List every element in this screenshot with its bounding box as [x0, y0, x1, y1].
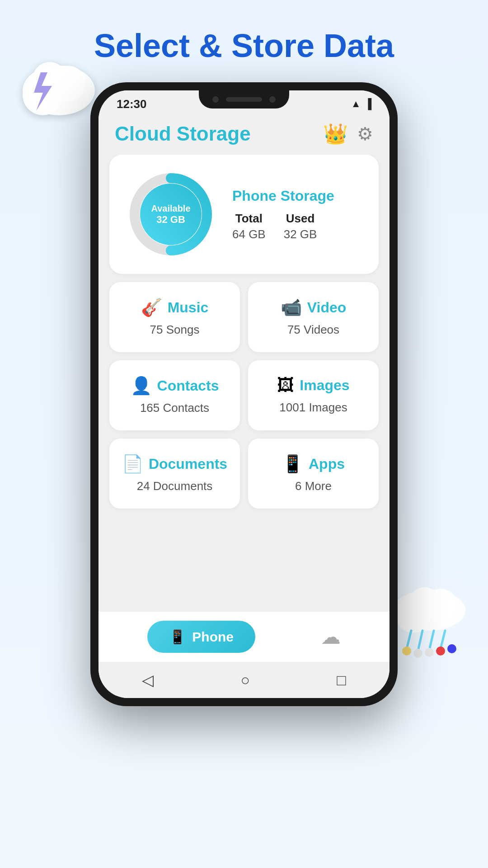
svg-point-8: [408, 587, 441, 620]
video-card[interactable]: 📹 Video 75 Videos: [248, 282, 379, 352]
wifi-icon: ▐: [364, 98, 371, 110]
nav-bar: ◁ ○ □: [99, 662, 389, 698]
contacts-title: Contacts: [157, 377, 219, 394]
apps-card[interactable]: 📱 Apps 6 More: [248, 439, 379, 509]
contacts-card-header: 👤 Contacts: [131, 376, 219, 396]
images-title: Images: [300, 377, 349, 394]
svg-line-12: [441, 631, 445, 649]
documents-card[interactable]: 📄 Documents 24 Documents: [109, 439, 240, 509]
phone-frame: 12:30 ▲ ▐ Cloud Storage 👑 ⚙: [90, 82, 398, 706]
donut-center-text: Available 32 GB: [151, 203, 190, 226]
apps-title: Apps: [309, 456, 345, 472]
apps-subtitle: 6 More: [295, 479, 332, 493]
contacts-subtitle: 165 Contacts: [140, 401, 209, 415]
svg-point-14: [413, 649, 422, 658]
images-card[interactable]: 🖼 Images 1001 Images: [248, 360, 379, 430]
cards-grid-row3: 📄 Documents 24 Documents 📱 Apps 6 More: [109, 439, 379, 509]
app-header: Cloud Storage 👑 ⚙: [99, 118, 389, 155]
total-label: Total: [235, 212, 263, 226]
phone-screen: 12:30 ▲ ▐ Cloud Storage 👑 ⚙: [99, 90, 389, 698]
images-card-header: 🖼 Images: [277, 376, 349, 395]
apps-card-header: 📱 Apps: [282, 454, 345, 474]
crown-icon[interactable]: 👑: [323, 122, 348, 146]
total-value: 64 GB: [232, 227, 266, 241]
documents-card-header: 📄 Documents: [122, 454, 227, 474]
header-icons: 👑 ⚙: [323, 122, 373, 146]
music-card-header: 🎸 Music: [141, 297, 209, 317]
cards-grid-row2: 👤 Contacts 165 Contacts 🖼 Images 1001 Im…: [109, 360, 379, 430]
storage-card: Available 32 GB Phone Storage Total 64 G…: [109, 155, 379, 274]
svg-line-10: [418, 631, 422, 651]
cloud-tab-icon[interactable]: ☁: [321, 625, 341, 648]
svg-point-17: [447, 644, 456, 653]
music-title: Music: [168, 299, 209, 316]
used-value: 32 GB: [284, 227, 317, 241]
donut-chart: Available 32 GB: [126, 169, 216, 259]
svg-line-11: [429, 631, 434, 650]
settings-icon[interactable]: ⚙: [357, 123, 373, 144]
page-title: Select & Store Data: [94, 27, 394, 64]
contacts-card[interactable]: 👤 Contacts 165 Contacts: [109, 360, 240, 430]
status-icons: ▲ ▐: [351, 98, 371, 110]
apps-icon: 📱: [282, 454, 303, 474]
music-card[interactable]: 🎸 Music 75 Songs: [109, 282, 240, 352]
notch: [199, 90, 289, 108]
used-label: Used: [286, 212, 315, 226]
decorative-top-left: [9, 45, 99, 136]
music-icon: 🎸: [141, 297, 162, 317]
music-subtitle: 75 Songs: [150, 323, 200, 337]
status-bar: 12:30 ▲ ▐: [99, 90, 389, 118]
app-title: Cloud Storage: [115, 123, 251, 145]
home-nav-icon[interactable]: ○: [240, 671, 250, 689]
phone-tab-icon: 📱: [169, 629, 186, 645]
used-stat: Used 32 GB: [284, 212, 317, 241]
signal-icon: ▲: [351, 98, 361, 110]
images-icon: 🖼: [277, 376, 294, 395]
svg-point-16: [436, 646, 445, 656]
available-value: 32 GB: [151, 214, 190, 226]
images-subtitle: 1001 Images: [279, 401, 347, 415]
notch-speaker: [226, 97, 262, 102]
storage-info: Phone Storage Total 64 GB Used 32 GB: [232, 188, 362, 241]
video-title: Video: [307, 299, 347, 316]
notch-dot-right: [269, 96, 276, 103]
cards-grid-row1: 🎸 Music 75 Songs 📹 Video 75 Videos: [109, 282, 379, 352]
notch-dot-left: [212, 96, 219, 103]
recent-nav-icon[interactable]: □: [337, 671, 346, 689]
total-stat: Total 64 GB: [232, 212, 266, 241]
video-subtitle: 75 Videos: [287, 323, 339, 337]
svg-point-13: [402, 646, 411, 656]
back-nav-icon[interactable]: ◁: [142, 671, 154, 689]
contacts-icon: 👤: [131, 376, 152, 396]
available-label: Available: [151, 203, 190, 214]
svg-point-15: [425, 648, 434, 657]
tab-bar: 📱 Phone ☁: [99, 611, 389, 662]
phone-tab-label: Phone: [192, 629, 234, 645]
storage-stats: Total 64 GB Used 32 GB: [232, 212, 362, 241]
storage-title: Phone Storage: [232, 188, 362, 204]
video-card-header: 📹 Video: [281, 297, 347, 317]
documents-subtitle: 24 Documents: [137, 479, 213, 493]
documents-icon: 📄: [122, 454, 143, 474]
documents-title: Documents: [149, 456, 227, 472]
video-icon: 📹: [281, 297, 302, 317]
svg-line-9: [407, 631, 411, 649]
main-content: Available 32 GB Phone Storage Total 64 G…: [99, 155, 389, 611]
phone-tab-button[interactable]: 📱 Phone: [147, 621, 255, 653]
status-time: 12:30: [117, 97, 147, 111]
